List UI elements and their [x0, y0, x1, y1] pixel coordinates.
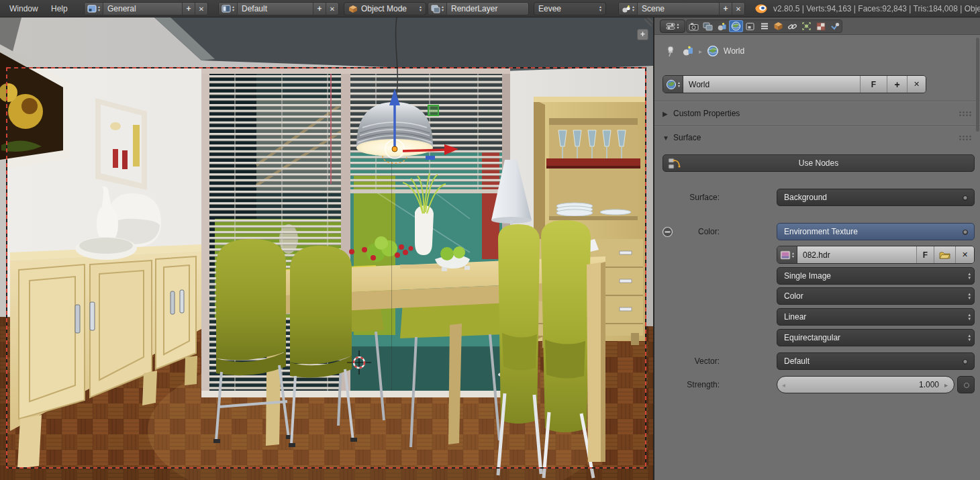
sideboard-leg — [142, 371, 157, 405]
panel-drag-handle[interactable] — [959, 111, 972, 117]
workspace-delete-button[interactable]: ✕ — [195, 3, 207, 15]
layout-selector[interactable]: ▴▾ Default + ✕ — [218, 2, 339, 15]
breadcrumb-arrow-icon: ▸ — [699, 48, 702, 55]
scene-icon-button[interactable]: ▴▾ — [619, 3, 637, 15]
tab-world[interactable] — [729, 20, 743, 32]
spinner-icon: ▴▾ — [442, 5, 444, 12]
viewport-scene — [0, 17, 653, 480]
images-icon — [703, 22, 713, 31]
check-tool-icon — [830, 22, 840, 31]
unlink-image-button[interactable]: ✕ — [955, 246, 974, 263]
world-name-field[interactable]: World — [683, 76, 860, 93]
tab-scene[interactable] — [715, 20, 729, 32]
breadcrumb: ▸ World — [665, 43, 744, 59]
tab-render[interactable] — [687, 20, 701, 32]
workspace-icon-button[interactable]: ▴▾ — [85, 3, 103, 15]
tab-constraints[interactable] — [785, 20, 799, 32]
engine-selector[interactable]: Eevee ▴▾ — [534, 2, 606, 15]
spinner-icon: ▴▾ — [599, 5, 601, 12]
layout-delete-button[interactable]: ✕ — [326, 3, 338, 15]
pin-icon[interactable] — [665, 45, 677, 57]
screen-layout-icon — [222, 5, 231, 13]
color-space-dropdown[interactable]: Color ▴▾ — [777, 287, 975, 305]
window-sill — [201, 391, 510, 397]
editor-type-selector[interactable]: ▴▾ — [660, 19, 685, 33]
scene-add-button[interactable]: + — [719, 3, 732, 15]
animate-dot[interactable] — [963, 195, 968, 201]
scene-name[interactable]: Scene — [637, 3, 719, 15]
image-fake-user-button[interactable]: F — [916, 246, 934, 263]
spinner-icon: ▴▾ — [968, 288, 971, 304]
use-nodes-label: Use Nodes — [799, 158, 838, 168]
animate-dot[interactable] — [963, 230, 968, 235]
checker-icon — [816, 22, 826, 31]
scene-selector[interactable]: ▴▾ Scene + ✕ — [618, 2, 745, 15]
world-datablock-selector[interactable]: ▴▾ — [663, 76, 683, 93]
workspace-add-button[interactable]: + — [182, 3, 195, 15]
sideboard-leg — [185, 356, 197, 385]
surface-panel-header[interactable]: ▼ Surface — [654, 128, 980, 148]
collapsed-arrow-icon: ▶ — [663, 110, 673, 117]
render-layer-name[interactable]: RenderLayer — [446, 3, 528, 15]
spinner-icon: ▴▾ — [968, 309, 971, 325]
expanded-arrow-icon: ▼ — [663, 134, 673, 142]
gizmo-y-plane[interactable] — [428, 105, 438, 115]
strength-animate-button[interactable] — [957, 376, 975, 393]
tab-physics[interactable] — [799, 20, 814, 32]
image-row: ▴▾ 082.hdr F ✕ — [654, 246, 980, 263]
strength-slider[interactable]: ◂ 1.000 ▸ — [777, 376, 954, 393]
sidebar-expand-button[interactable]: + — [637, 29, 648, 40]
tab-mesh-data[interactable] — [771, 20, 785, 32]
color-source-dropdown[interactable]: Environment Texture — [777, 223, 975, 240]
menu-window[interactable]: Window — [9, 4, 38, 13]
scene-statistics: v2.80.5 | Verts:94,163 | Faces:92,843 | … — [773, 4, 980, 13]
source-row: Single Image ▴▾ — [654, 267, 980, 285]
scene-delete-button[interactable]: ✕ — [732, 3, 744, 15]
vector-dropdown[interactable]: Default — [777, 352, 975, 370]
picture-interior[interactable] — [95, 98, 147, 190]
custom-properties-panel-header[interactable]: ▶ Custom Properties — [654, 103, 980, 124]
vector-value: Default — [784, 356, 810, 366]
tab-object[interactable] — [743, 20, 757, 32]
tab-object-data[interactable] — [757, 20, 771, 32]
workspace-name[interactable]: General — [103, 3, 182, 15]
open-image-button[interactable] — [934, 246, 955, 263]
image-datablock-selector[interactable]: ▴▾ — [777, 246, 797, 263]
image-name-field[interactable]: 082.hdr — [797, 246, 916, 263]
new-world-button[interactable]: + — [887, 76, 907, 93]
workspace-selector[interactable]: ▴▾ General + ✕ — [84, 2, 208, 15]
panel-drag-handle[interactable] — [959, 135, 972, 141]
tab-view-layer[interactable] — [701, 20, 715, 32]
breadcrumb-world-icon[interactable] — [707, 45, 719, 57]
gizmo-z-plane[interactable] — [426, 156, 435, 160]
mode-selector[interactable]: Object Mode ▴▾ — [344, 2, 426, 15]
layout-icon-button[interactable]: ▴▾ — [219, 3, 237, 15]
vector-row: Vector: Default — [654, 352, 980, 370]
tab-texture[interactable] — [814, 20, 828, 32]
breadcrumb-scene-icon[interactable] — [682, 46, 694, 56]
tab-tool[interactable] — [828, 20, 842, 32]
image-source-dropdown[interactable]: Single Image ▴▾ — [777, 267, 975, 285]
slider-right-arrow-icon[interactable]: ▸ — [944, 381, 948, 389]
separator — [654, 101, 980, 101]
fake-user-button[interactable]: F — [860, 76, 887, 93]
layout-name[interactable]: Default — [237, 3, 313, 15]
animate-dot[interactable] — [963, 359, 968, 365]
nodes-icon — [668, 158, 681, 170]
camera-icon — [689, 22, 699, 31]
slider-left-arrow-icon[interactable]: ◂ — [782, 381, 785, 389]
render-layer-selector[interactable]: ▴▾ RenderLayer — [428, 2, 529, 15]
use-nodes-button[interactable]: Use Nodes — [663, 154, 975, 172]
menu-help[interactable]: Help — [51, 4, 68, 13]
surface-dropdown[interactable]: Background — [777, 189, 975, 206]
3d-viewport[interactable]: + — [0, 17, 653, 480]
interpolation-dropdown[interactable]: Linear ▴▾ — [777, 308, 975, 326]
gizmo-x-axis[interactable] — [403, 150, 446, 151]
properties-scrollbar[interactable] — [976, 38, 979, 132]
layout-add-button[interactable]: + — [313, 3, 326, 15]
world-datablock-row: ▴▾ World F + ✕ — [663, 75, 926, 93]
spinner-icon: ▴▾ — [792, 252, 794, 258]
unlink-world-button[interactable]: ✕ — [907, 76, 926, 93]
projection-dropdown[interactable]: Equirectangular ▴▾ — [777, 329, 975, 346]
render-layer-icon-button[interactable]: ▴▾ — [428, 3, 446, 15]
